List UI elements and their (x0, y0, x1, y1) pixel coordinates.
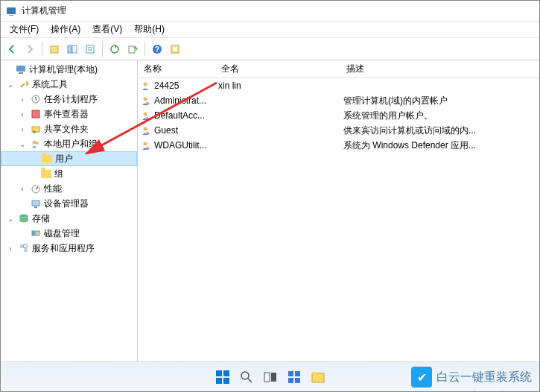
list-row[interactable]: WDAGUtilit... 系统为 Windows Defender 应用... (138, 138, 539, 153)
expand-icon[interactable]: › (5, 243, 16, 253)
tree-root[interactable]: 计算机管理(本地) (1, 62, 137, 77)
svg-rect-44 (223, 370, 229, 376)
back-button[interactable] (4, 41, 20, 57)
tree-label: 性能 (44, 183, 62, 195)
tree-label: 组 (54, 168, 63, 180)
toolbar-extra-button[interactable] (167, 41, 183, 57)
svg-rect-3 (68, 45, 72, 53)
watermark-text: 白云一键重装系统 (436, 370, 532, 385)
expand-icon[interactable]: › (17, 124, 28, 134)
svg-rect-26 (32, 200, 39, 206)
svg-rect-32 (32, 231, 34, 235)
refresh-button[interactable] (107, 41, 123, 57)
cell-name: 24425 (151, 80, 215, 91)
list-body[interactable]: 24425 xin lin Administrat... 管理计算机(域)的内置… (138, 78, 539, 361)
tree-storage[interactable]: ⌄ 存储 (1, 211, 137, 226)
toolbar-separator (102, 42, 103, 57)
tree-label: 本地用户和组 (44, 138, 98, 151)
svg-rect-50 (271, 373, 276, 382)
cell-fullname: xin lin (215, 80, 340, 91)
tree-disk-management[interactable]: 磁盘管理 (1, 226, 137, 241)
column-name[interactable]: 名称 (138, 60, 215, 78)
cell-description: 系统为 Windows Defender 应用... (340, 139, 539, 152)
tree-label: 存储 (32, 212, 50, 225)
toolbar-separator (144, 42, 145, 57)
svg-text:?: ? (155, 45, 159, 54)
title-bar: 计算机管理 (1, 1, 539, 22)
expand-icon[interactable] (2, 64, 13, 75)
svg-rect-9 (129, 46, 135, 53)
export-button[interactable] (124, 41, 141, 57)
list-header: 名称 全名 描述 (138, 60, 539, 78)
folder-icon (41, 153, 53, 165)
svg-line-48 (248, 379, 252, 382)
list-row[interactable]: Guest 供来宾访问计算机或访问域的内... (138, 123, 539, 138)
tree-task-scheduler[interactable]: › 任务计划程序 (1, 92, 137, 107)
svg-rect-54 (295, 378, 300, 383)
toolbar-separator (42, 42, 42, 57)
list-row[interactable]: Administrat... 管理计算机(域)的内置帐户 (138, 93, 539, 108)
tree-performance[interactable]: › 性能 (1, 181, 137, 196)
collapse-icon[interactable]: ⌄ (5, 79, 16, 89)
cell-description: 系统管理的用户帐户。 (340, 110, 539, 122)
folder-icon (40, 168, 52, 180)
svg-rect-15 (19, 72, 23, 74)
show-hide-tree-button[interactable] (64, 41, 80, 57)
up-button[interactable] (46, 41, 63, 57)
user-icon (139, 95, 151, 107)
search-icon[interactable] (238, 368, 255, 386)
menu-help[interactable]: 帮助(H) (128, 22, 171, 37)
toolbar: ? (1, 38, 539, 60)
tree-label: 设备管理器 (44, 197, 89, 210)
help-button[interactable]: ? (149, 41, 165, 57)
menu-action[interactable]: 操作(A) (45, 22, 86, 37)
bird-icon: ✔ (411, 367, 432, 388)
collapse-icon[interactable]: ⌄ (17, 139, 28, 149)
forward-button[interactable] (22, 41, 38, 57)
expand-icon[interactable]: › (17, 183, 28, 194)
tree-system-tools[interactable]: ⌄ 系统工具 (1, 77, 137, 92)
user-icon (139, 110, 151, 121)
explorer-icon[interactable] (309, 368, 327, 386)
user-icon (139, 124, 151, 136)
svg-rect-33 (34, 231, 36, 235)
svg-rect-14 (16, 66, 25, 72)
svg-rect-55 (312, 373, 324, 382)
column-description[interactable]: 描述 (340, 60, 539, 78)
list-row[interactable]: 24425 xin lin (138, 78, 539, 93)
tree-shared-folders[interactable]: › 共享文件夹 (1, 121, 137, 136)
svg-rect-35 (24, 248, 28, 252)
task-view-icon[interactable] (261, 368, 279, 386)
svg-point-38 (144, 98, 147, 101)
expand-icon[interactable]: › (17, 94, 28, 104)
tree-event-viewer[interactable]: › 事件查看器 (1, 107, 137, 121)
menu-file[interactable]: 文件(F) (4, 22, 45, 37)
tree-panel[interactable]: 计算机管理(本地) ⌄ 系统工具 › 任务计划程序 › 事件查看器 › 共享文件… (1, 60, 138, 361)
tree-services-apps[interactable]: › 服务和应用程序 (1, 241, 137, 256)
svg-point-37 (144, 83, 147, 86)
svg-point-39 (144, 113, 147, 116)
column-fullname[interactable]: 全名 (215, 60, 340, 78)
cell-name: DefaultAcc... (151, 110, 215, 121)
tree-users[interactable]: 用户 (1, 151, 137, 166)
menu-bar: 文件(F) 操作(A) 查看(V) 帮助(H) (1, 22, 539, 38)
svg-rect-0 (7, 7, 16, 14)
collapse-icon[interactable]: ⌄ (5, 213, 16, 224)
tree-local-users[interactable]: ⌄ 本地用户和组 (1, 136, 137, 151)
tree-device-manager[interactable]: 设备管理器 (1, 196, 137, 211)
window-title: 计算机管理 (22, 4, 66, 17)
svg-rect-52 (295, 371, 300, 376)
start-button[interactable] (214, 368, 232, 386)
list-row[interactable]: DefaultAcc... 系统管理的用户帐户。 (138, 108, 539, 123)
widgets-icon[interactable] (285, 368, 303, 386)
tree-label: 计算机管理(本地) (29, 63, 98, 76)
menu-view[interactable]: 查看(V) (86, 22, 128, 37)
svg-rect-5 (86, 45, 94, 53)
svg-point-40 (144, 127, 147, 131)
tree-groups[interactable]: 组 (1, 166, 137, 181)
tools-icon (18, 78, 30, 90)
svg-rect-46 (223, 378, 229, 384)
properties-button[interactable] (82, 41, 98, 57)
svg-point-22 (33, 141, 36, 145)
expand-icon[interactable]: › (17, 109, 28, 119)
